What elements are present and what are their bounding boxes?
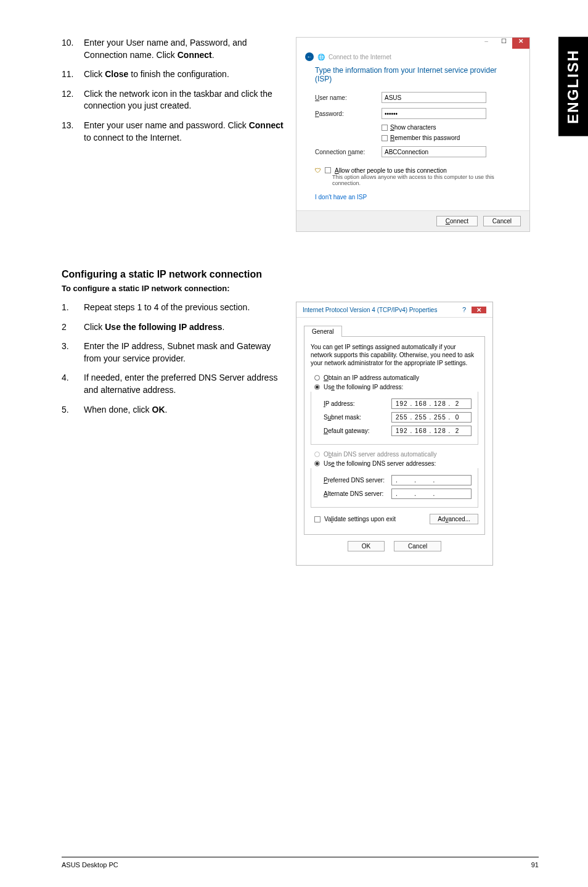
step-12: 12. Click the network icon in the taskba…	[62, 88, 284, 112]
step2-5: 5. When done, click OK.	[62, 404, 284, 416]
cancel-button[interactable]: Cancel	[394, 541, 441, 551]
steps-list-1: 10. Enter your User name and, Password, …	[62, 37, 284, 232]
radio-auto-dns	[314, 452, 320, 457]
step-number: 2	[62, 321, 84, 334]
allow-sub: This option allows anyone with access to…	[332, 174, 511, 186]
maximize-icon[interactable]: ☐	[495, 38, 512, 49]
step-number: 5.	[62, 404, 84, 416]
username-input[interactable]	[382, 92, 486, 103]
validate-checkbox[interactable]	[314, 516, 321, 522]
radio-use-ip-label: Use the following IP address:	[324, 384, 403, 390]
pref-dns-input[interactable]	[391, 475, 472, 485]
footer-left: ASUS Desktop PC	[62, 861, 118, 868]
dialog2-desc: You can get IP settings assigned automat…	[311, 343, 478, 367]
step-number: 10.	[62, 37, 84, 61]
back-header: ← 🌐 Connect to the Internet	[296, 49, 529, 65]
connection-name-label: Connection name:	[315, 149, 377, 155]
dialog2-screenshot: Internet Protocol Version 4 (TCP/IPv4) P…	[296, 302, 539, 566]
step-text: When done, click OK.	[84, 404, 284, 416]
step-text: Enter your User name and, Password, and …	[84, 37, 284, 61]
connect-button[interactable]: Connect	[436, 216, 478, 226]
gateway-input[interactable]	[391, 426, 472, 436]
help-icon[interactable]: ?	[462, 306, 466, 313]
page-footer: ASUS Desktop PC 91	[62, 857, 539, 868]
allow-checkbox[interactable]	[325, 167, 331, 173]
dialog-heading: Type the information from your Internet …	[315, 66, 511, 83]
ip-address-label: IP address:	[324, 400, 354, 407]
step2-3: 3. Enter the IP address, Subnet mask and…	[62, 340, 284, 365]
allow-label: Allow other people to use this connectio…	[335, 167, 447, 174]
connect-internet-dialog: – ☐ ✕ ← 🌐 Connect to the Internet Type t…	[296, 37, 530, 232]
step-number: 1.	[62, 302, 84, 314]
step-text: Enter your user name and password. Click…	[84, 120, 284, 144]
step-11: 11. Click Close to finish the configurat…	[62, 68, 284, 81]
step-text: Repeat steps 1 to 4 of the previous sect…	[84, 302, 284, 314]
show-chars-checkbox[interactable]	[382, 125, 388, 131]
step-text: Click Use the following IP address.	[84, 321, 284, 334]
tab-general[interactable]: General	[304, 326, 342, 337]
close-icon[interactable]: ✕	[512, 38, 529, 49]
dialog2-title: Internet Protocol Version 4 (TCP/IPv4) P…	[303, 307, 437, 313]
no-isp-link[interactable]: I don't have an ISP	[315, 194, 511, 200]
pref-dns-label: Preferred DNS server:	[324, 477, 385, 484]
step2-4: 4. If needed, enter the preferred DNS Se…	[62, 372, 284, 396]
back-arrow-icon[interactable]: ←	[305, 52, 314, 61]
step-text: Enter the IP address, Subnet mask and Ga…	[84, 340, 284, 365]
radio-auto-dns-label: Obtain DNS server address automatically	[324, 451, 436, 458]
step-number: 3.	[62, 340, 84, 365]
step-text: Click Close to finish the configuration.	[84, 68, 284, 81]
ok-button[interactable]: OK	[348, 541, 385, 551]
advanced-button[interactable]: Advanced...	[430, 514, 478, 524]
section2-sub: To configure a static IP network connect…	[62, 284, 539, 293]
password-input[interactable]	[382, 108, 486, 119]
step-text: Click the network icon in the taskbar an…	[84, 88, 284, 112]
show-chars-label: Show characters	[390, 124, 436, 131]
radio-auto-ip-label: Obtain an IP address automatically	[324, 374, 419, 381]
radio-auto-ip[interactable]	[314, 375, 320, 381]
step-13: 13. Enter your user name and password. C…	[62, 120, 284, 144]
step2-2: 2 Click Use the following IP address.	[62, 321, 284, 334]
gateway-label: Default gateway:	[324, 427, 370, 434]
shield-icon: 🛡	[315, 167, 321, 174]
top-section: 10. Enter your User name and, Password, …	[62, 37, 539, 232]
username-label: User name:	[315, 94, 377, 101]
back-label: Connect to the Internet	[329, 54, 391, 60]
remember-checkbox[interactable]	[382, 135, 388, 141]
step-number: 13.	[62, 120, 84, 144]
step-number: 12.	[62, 88, 84, 112]
cancel-button[interactable]: Cancel	[483, 216, 521, 226]
validate-label: Validate settings upon exit	[324, 516, 396, 522]
show-chars-row: Show characters	[382, 124, 511, 131]
step-10: 10. Enter your User name and, Password, …	[62, 37, 284, 61]
language-tab: ENGLISH	[558, 37, 588, 136]
ip-address-input[interactable]	[391, 398, 472, 409]
step2-1: 1. Repeat steps 1 to 4 of the previous s…	[62, 302, 284, 314]
minimize-icon[interactable]: –	[478, 38, 495, 49]
steps-list-2: 1. Repeat steps 1 to 4 of the previous s…	[62, 302, 284, 566]
remember-row: Remember this password	[382, 134, 511, 141]
radio-use-dns-label: Use the following DNS server addresses:	[324, 460, 436, 467]
remember-label: Remember this password	[390, 134, 460, 141]
step-number: 11.	[62, 68, 84, 81]
radio-use-ip[interactable]	[314, 384, 320, 390]
ipv4-properties-dialog: Internet Protocol Version 4 (TCP/IPv4) P…	[296, 302, 493, 566]
close-icon[interactable]: ✕	[472, 307, 486, 313]
dialog2-titlebar: Internet Protocol Version 4 (TCP/IPv4) P…	[296, 302, 492, 318]
dialog1-screenshot: – ☐ ✕ ← 🌐 Connect to the Internet Type t…	[296, 37, 539, 232]
section2-heading: Configuring a static IP network connecti…	[62, 269, 539, 280]
alt-dns-input[interactable]	[391, 489, 472, 499]
subnet-mask-input[interactable]	[391, 412, 472, 423]
password-label: Password:	[315, 110, 377, 117]
step-text: If needed, enter the preferred DNS Serve…	[84, 372, 284, 396]
subnet-mask-label: Subnet mask:	[324, 414, 361, 421]
titlebar: – ☐ ✕	[296, 38, 529, 49]
bottom-section: 1. Repeat steps 1 to 4 of the previous s…	[62, 302, 539, 566]
radio-use-dns[interactable]	[314, 461, 320, 466]
connection-name-input[interactable]	[382, 146, 486, 157]
alt-dns-label: Alternate DNS server:	[324, 490, 383, 497]
footer-page-number: 91	[531, 861, 539, 868]
step-number: 4.	[62, 372, 84, 396]
